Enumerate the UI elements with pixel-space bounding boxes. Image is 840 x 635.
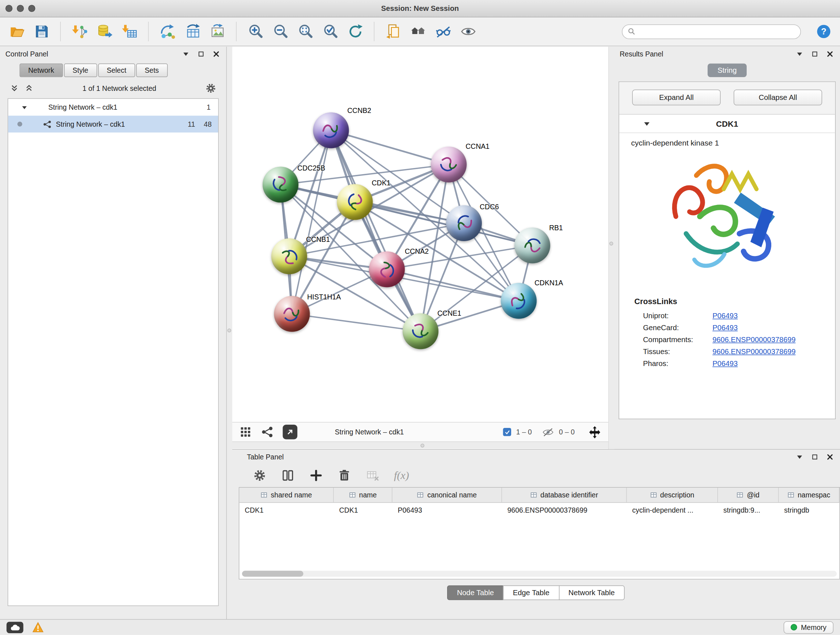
crosslink-label: GeneCard: — [643, 324, 713, 332]
export-table-button[interactable] — [183, 22, 202, 41]
delete-column-icon[interactable] — [338, 469, 351, 483]
add-column-icon[interactable] — [309, 469, 323, 483]
tab-style[interactable]: Style — [64, 64, 97, 78]
open-session-button[interactable] — [8, 22, 26, 41]
panel-float-icon[interactable] — [810, 49, 819, 59]
cloud-icon — [10, 624, 20, 631]
column-header-description[interactable]: description — [627, 488, 718, 502]
show-glyphs-button[interactable] — [434, 22, 452, 41]
memory-button[interactable]: Memory — [783, 621, 834, 634]
network-node-CCNA2[interactable] — [369, 252, 405, 287]
show-columns-icon[interactable] — [281, 469, 295, 483]
show-hide-button[interactable] — [459, 22, 477, 41]
save-session-button[interactable] — [33, 22, 51, 41]
tab-node-table[interactable]: Node Table — [447, 585, 504, 600]
network-share-icon[interactable] — [261, 426, 274, 439]
expand-all-icon[interactable] — [25, 83, 34, 93]
panel-menu-icon[interactable] — [794, 49, 804, 59]
horizontal-scrollbar[interactable] — [242, 571, 837, 577]
network-node-CCNA1[interactable] — [431, 147, 467, 182]
tab-select[interactable]: Select — [98, 64, 135, 78]
panel-float-icon[interactable] — [196, 49, 206, 59]
new-network-from-selection-button[interactable] — [158, 22, 177, 41]
export-network-image-button[interactable] — [208, 22, 226, 41]
network-node-CDC6[interactable] — [446, 205, 482, 241]
panel-close-icon[interactable] — [825, 49, 835, 59]
collection-expand-icon[interactable] — [21, 104, 28, 111]
zoom-fit-button[interactable] — [296, 22, 314, 41]
network-options-gear-icon[interactable] — [205, 82, 217, 94]
network-node-RB1[interactable] — [515, 228, 550, 264]
network-node-CDC25B[interactable] — [263, 167, 298, 203]
splitter-handle[interactable] — [420, 444, 424, 448]
zoom-out-button[interactable] — [271, 22, 289, 41]
annotation-button[interactable] — [384, 22, 402, 41]
import-table-from-file-button[interactable] — [120, 22, 139, 41]
tab-network-table[interactable]: Network Table — [559, 585, 624, 600]
splitter-handle[interactable] — [227, 329, 232, 333]
column-header-name[interactable]: name — [334, 488, 393, 502]
splitter-handle[interactable] — [609, 242, 614, 246]
tab-edge-table[interactable]: Edge Table — [503, 585, 559, 600]
detach-view-button[interactable] — [283, 424, 298, 440]
network-node-CCNE1[interactable] — [403, 314, 439, 349]
selected-checkbox-icon[interactable] — [503, 428, 512, 436]
cloud-button[interactable] — [6, 622, 24, 633]
network-canvas[interactable]: CCNB2CCNA1CDC25BCDK1CDC6RB1CCNB1CCNA2CDK… — [232, 47, 608, 422]
tab-string[interactable]: String — [708, 64, 747, 78]
network-collection-row[interactable]: String Network – cdk1 1 — [8, 99, 218, 116]
zoom-in-button[interactable] — [246, 22, 264, 41]
column-header-namespace[interactable]: namespac — [779, 488, 840, 502]
pan-move-icon[interactable] — [588, 425, 601, 439]
gene-section-header[interactable]: CDK1 — [619, 115, 835, 133]
expand-all-button[interactable]: Expand All — [632, 90, 721, 106]
column-header-id[interactable]: @id — [718, 488, 779, 502]
memory-status-dot — [791, 624, 797, 631]
network-row[interactable]: String Network – cdk1 11 48 — [8, 116, 218, 133]
panel-float-icon[interactable] — [810, 452, 819, 462]
table-panel: Table Panel f(x) shared name — [232, 449, 840, 619]
uniprot-link[interactable]: P06493 — [713, 312, 738, 320]
search-input[interactable] — [639, 27, 795, 36]
hidden-eye-slash-icon[interactable] — [542, 426, 554, 438]
column-header-shared-name[interactable]: shared name — [240, 488, 334, 502]
help-button[interactable] — [815, 22, 833, 41]
pharos-link[interactable]: P06493 — [713, 359, 738, 368]
minimize-window-button[interactable] — [17, 5, 24, 12]
network-node-CDK1[interactable] — [337, 184, 373, 220]
zoom-selected-button[interactable] — [321, 22, 339, 41]
tissues-link[interactable]: 9606.ENSP00000378699 — [713, 348, 796, 356]
network-node-CDKN1A[interactable] — [501, 283, 537, 319]
tab-network[interactable]: Network — [19, 64, 63, 78]
compartments-link[interactable]: 9606.ENSP00000378699 — [713, 336, 796, 344]
genecard-link[interactable]: P06493 — [713, 324, 738, 332]
column-header-canonical-name[interactable]: canonical name — [393, 488, 502, 502]
birds-eye-view-icon[interactable] — [240, 426, 252, 439]
scrollbar-thumb[interactable] — [242, 571, 303, 577]
tab-sets[interactable]: Sets — [136, 64, 167, 78]
table-options-gear-icon[interactable] — [253, 469, 267, 483]
import-network-from-database-button[interactable] — [95, 22, 114, 41]
column-header-database-identifier[interactable]: database identifier — [502, 488, 627, 502]
panel-close-icon[interactable] — [825, 452, 835, 462]
refresh-layout-button[interactable] — [346, 22, 364, 41]
import-network-from-file-button[interactable] — [71, 22, 88, 41]
panel-close-icon[interactable] — [211, 49, 221, 59]
close-window-button[interactable] — [5, 5, 13, 12]
collapse-section-icon[interactable] — [643, 120, 651, 127]
table-row[interactable]: CDK1 CDK1 P06493 9606.ENSP00000378699 cy… — [240, 503, 840, 518]
collapse-all-button[interactable]: Collapse All — [734, 90, 822, 106]
panel-menu-icon[interactable] — [181, 49, 191, 59]
zoom-window-button[interactable] — [28, 5, 35, 12]
group-nodes-button[interactable] — [409, 22, 427, 41]
warning-icon[interactable] — [32, 622, 44, 633]
left-splitter[interactable] — [227, 47, 232, 619]
horizontal-splitter[interactable] — [232, 442, 608, 449]
panel-menu-icon[interactable] — [794, 452, 804, 462]
network-node-HIST1H1A[interactable] — [274, 296, 310, 332]
right-splitter[interactable] — [609, 47, 614, 449]
network-node-CCNB2[interactable] — [313, 112, 349, 149]
collapse-all-icon[interactable] — [10, 83, 19, 93]
network-node-CCNB1[interactable] — [271, 239, 307, 274]
function-builder-icon[interactable]: f(x) — [394, 469, 409, 482]
